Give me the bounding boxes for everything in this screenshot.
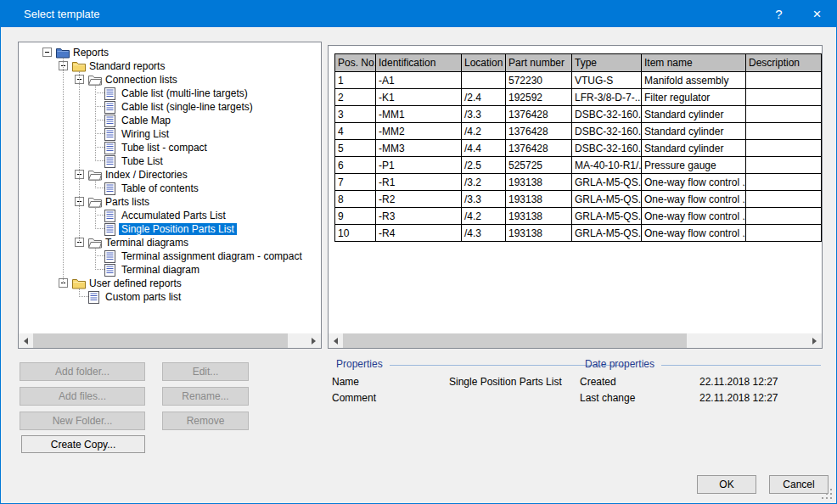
tree-folder-item[interactable]: Connection lists <box>19 73 321 87</box>
tree-folder-item[interactable]: Standard reports <box>19 59 321 73</box>
created-value: 22.11.2018 12:27 <box>699 376 778 388</box>
close-icon[interactable]: × <box>798 1 836 27</box>
scroll-right-icon[interactable] <box>807 333 822 348</box>
new-folder-button: New Folder... <box>20 412 145 430</box>
tree-item-label[interactable]: Cable list (single-line targets) <box>119 101 256 113</box>
table-cell: 525725 <box>506 157 572 174</box>
table-horizontal-scrollbar[interactable] <box>329 333 822 348</box>
tree-item-label[interactable]: Single Position Parts List <box>119 223 237 235</box>
table-row[interactable]: 2-K1/2.4192592LFR-3/8-D-7-...Filter regu… <box>335 89 822 106</box>
table-cell: One-way flow control ... <box>642 208 746 225</box>
document-icon <box>104 142 118 154</box>
tree-folder-item[interactable]: Terminal diagrams <box>19 236 321 249</box>
table-cell: 193138 <box>506 191 572 208</box>
cancel-button[interactable]: Cancel <box>769 475 829 494</box>
template-tree: ReportsStandard reportsConnection listsC… <box>19 46 321 304</box>
tree-item[interactable]: Table of contents <box>19 182 321 195</box>
tree-item[interactable]: Terminal diagram <box>19 263 321 277</box>
document-icon <box>104 223 118 235</box>
tree-item-label[interactable]: Cable list (multi-line targets) <box>119 87 250 99</box>
tree-item[interactable]: Single Position Parts List <box>19 222 321 236</box>
column-header[interactable]: Pos. No. <box>335 54 376 72</box>
column-header[interactable]: Description <box>746 54 822 72</box>
tree-folder-item[interactable]: Reports <box>19 46 321 59</box>
table-row[interactable]: 4-MM2/4.21376428DSBC-32-160...Standard c… <box>335 123 822 140</box>
scroll-right-icon[interactable] <box>306 333 321 348</box>
table-cell: 572230 <box>506 72 572 89</box>
table-scrollbar-thumb[interactable] <box>343 333 687 348</box>
tree-item-label[interactable]: Standard reports <box>87 60 167 72</box>
tree-item-label[interactable]: Tube List <box>119 155 166 167</box>
tree-folder-item[interactable]: Index / Directories <box>19 168 321 182</box>
table-row[interactable]: 8-R2/3.3193138GRLA-M5-QS...One-way flow … <box>335 191 822 208</box>
resize-grip-icon[interactable] <box>822 489 832 499</box>
table-cell: VTUG-S <box>572 72 642 89</box>
tree-item[interactable]: Wiring List <box>19 127 321 141</box>
tree-item-label[interactable]: Wiring List <box>119 128 171 140</box>
table-row[interactable]: 1-A1572230VTUG-SManifold assembly <box>335 72 822 89</box>
collapse-expander-icon[interactable] <box>42 48 52 57</box>
table-row[interactable]: 3-MM1/3.31376428DSBC-32-160...Standard c… <box>335 106 822 123</box>
tree-connector-stub <box>79 296 88 297</box>
table-cell: MA-40-10-R1/... <box>572 157 642 174</box>
tree-item-label[interactable]: User defined reports <box>87 277 184 289</box>
tree-item-label[interactable]: Connection lists <box>103 74 180 86</box>
ok-button[interactable]: OK <box>697 475 756 494</box>
tree-folder-item[interactable]: User defined reports <box>19 277 321 290</box>
add-files-button: Add files... <box>20 387 145 406</box>
table-row[interactable]: 9-R3/4.2193138GRLA-M5-QS...One-way flow … <box>335 208 822 225</box>
tree-scrollbar-thumb[interactable] <box>33 333 288 348</box>
tree-item-label[interactable]: Terminal diagram <box>119 264 202 276</box>
tree-item[interactable]: Tube list - compact <box>19 141 321 154</box>
tree-item[interactable]: Accumulated Parts List <box>19 209 321 222</box>
tree-item-label[interactable]: Reports <box>70 47 111 59</box>
tree-item-label[interactable]: Accumulated Parts List <box>119 210 228 221</box>
help-icon[interactable]: ? <box>760 1 798 27</box>
table-cell: Manifold assembly <box>642 72 746 89</box>
table-cell: GRLA-M5-QS... <box>572 174 642 191</box>
tree-item[interactable]: Terminal assignment diagram - compact <box>19 249 321 263</box>
tree-item-label[interactable]: Tube list - compact <box>119 142 210 154</box>
table-cell: /4.2 <box>462 123 506 140</box>
tree-item-label[interactable]: Custom parts list <box>103 291 183 303</box>
tree-item[interactable]: Tube List <box>19 154 321 168</box>
table-cell <box>746 157 822 174</box>
document-icon <box>104 264 118 276</box>
scroll-left-icon[interactable] <box>329 333 343 348</box>
column-header[interactable]: Type <box>572 54 642 72</box>
column-header[interactable]: Identification <box>376 54 462 72</box>
column-header[interactable]: Location <box>462 54 506 72</box>
table-cell: -R4 <box>376 225 462 242</box>
table-cell: Standard cylinder <box>642 140 746 157</box>
tree-item[interactable]: Custom parts list <box>19 290 321 304</box>
table-cell: 6 <box>335 157 376 174</box>
table-row[interactable]: 10-R4/4.3193138GRLA-M5-QS...One-way flow… <box>335 225 822 242</box>
table-cell: -MM1 <box>376 106 462 123</box>
table-cell: 193138 <box>506 225 572 242</box>
document-icon <box>104 210 118 221</box>
column-header[interactable]: Item name <box>642 54 746 72</box>
table-row[interactable]: 5-MM3/4.41376428DSBC-32-160...Standard c… <box>335 140 822 157</box>
tree-item-label[interactable]: Parts lists <box>103 196 152 208</box>
tree-horizontal-scrollbar[interactable] <box>19 333 321 348</box>
tree-folder-item[interactable]: Parts lists <box>19 195 321 209</box>
table-cell: One-way flow control ... <box>642 174 746 191</box>
scroll-left-icon[interactable] <box>19 333 33 348</box>
tree-item-label[interactable]: Cable Map <box>119 115 173 126</box>
tree-item-label[interactable]: Table of contents <box>119 182 201 194</box>
table-row[interactable]: 6-P1/2.5525725MA-40-10-R1/...Pressure ga… <box>335 157 822 174</box>
folder-blue-folder-icon <box>56 47 70 59</box>
table-cell <box>462 72 506 89</box>
table-cell: -R3 <box>376 208 462 225</box>
table-row[interactable]: 7-R1/3.2193138GRLA-M5-QS...One-way flow … <box>335 174 822 191</box>
date-properties-group: Date properties Created 22.11.2018 12:27… <box>576 358 821 370</box>
tree-connector-stub <box>95 215 104 216</box>
tree-item-label[interactable]: Terminal diagrams <box>103 237 191 249</box>
tree-item-label[interactable]: Terminal assignment diagram - compact <box>119 250 305 262</box>
create-copy-button[interactable]: Create Copy... <box>21 435 145 453</box>
tree-item-label[interactable]: Index / Directories <box>103 169 190 181</box>
tree-item[interactable]: Cable Map <box>19 114 321 127</box>
tree-item[interactable]: Cable list (multi-line targets) <box>19 87 321 100</box>
tree-item[interactable]: Cable list (single-line targets) <box>19 100 321 114</box>
column-header[interactable]: Part number <box>506 54 572 72</box>
